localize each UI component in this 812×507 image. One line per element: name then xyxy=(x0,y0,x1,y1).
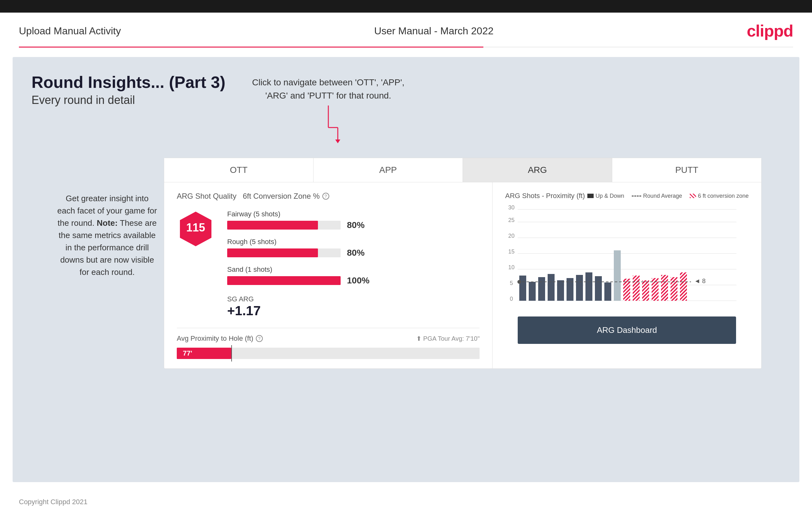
avg-value-label: ◄ 8 xyxy=(694,277,706,284)
chart-area: 0 5 10 15 20 25 30 xyxy=(505,206,749,313)
rough-track xyxy=(227,248,341,257)
y-label-20: 20 xyxy=(508,233,515,239)
hex-value: 115 xyxy=(186,221,205,234)
rough-percent: 80% xyxy=(347,248,365,258)
hatch-bar-7 xyxy=(680,272,687,301)
bar-8 xyxy=(586,272,592,301)
tabs-container: OTT APP ARG PUTT xyxy=(164,158,761,182)
clippd-logo: clippd xyxy=(747,21,793,40)
legend-solid-icon xyxy=(587,194,594,198)
bar-10 xyxy=(604,282,611,301)
header-divider xyxy=(19,47,793,48)
hatch-bar-5 xyxy=(661,275,668,301)
bar-7 xyxy=(576,275,583,301)
proximity-info-icon[interactable]: ? xyxy=(256,335,263,342)
legend-6ft-zone: 6 ft conversion zone xyxy=(690,193,749,199)
sand-track xyxy=(227,276,341,285)
proximity-bar-track: 77' xyxy=(177,348,479,359)
y-label-0: 0 xyxy=(510,296,513,302)
proximity-chart: 0 5 10 15 20 25 30 xyxy=(505,206,749,313)
panel-header: ARG Shot Quality 6ft Conversion Zone % ? xyxy=(177,192,479,201)
bar-row-fairway: Fairway (5 shots) 80% xyxy=(227,210,479,230)
hex-badge: 115 xyxy=(177,210,215,248)
left-panel: ARG Shot Quality 6ft Conversion Zone % ?… xyxy=(164,182,493,369)
legend-6ft-label: 6 ft conversion zone xyxy=(698,193,749,199)
tab-app[interactable]: APP xyxy=(313,158,463,182)
hatch-bar-3 xyxy=(642,280,649,301)
section-title: Round Insights... (Part 3) xyxy=(32,73,780,92)
y-label-30: 30 xyxy=(508,204,515,211)
right-panel: ARG Shots - Proximity (ft) Up & Down Rou… xyxy=(493,182,761,369)
hatch-bar-4 xyxy=(652,278,659,301)
proximity-header: Avg Proximity to Hole (ft) ? ⬆ PGA Tour … xyxy=(177,334,479,343)
rough-label: Rough (5 shots) xyxy=(227,238,479,246)
user-manual-label: User Manual - March 2022 xyxy=(374,25,494,37)
legend-dashed-icon xyxy=(632,195,641,196)
avg-marker xyxy=(517,280,521,284)
right-panel-header: ARG Shots - Proximity (ft) Up & Down Rou… xyxy=(505,192,749,200)
left-description: Get greater insight into each facet of y… xyxy=(57,192,158,278)
hatch-bar-6 xyxy=(670,277,677,301)
sand-percent: 100% xyxy=(347,276,370,286)
info-icon[interactable]: ? xyxy=(322,193,329,200)
bar-row-rough: Rough (5 shots) 80% xyxy=(227,238,479,258)
y-label-15: 15 xyxy=(508,248,515,255)
bar-tall xyxy=(614,250,621,301)
proximity-label-text: Avg Proximity to Hole (ft) xyxy=(177,334,253,343)
tab-putt[interactable]: PUTT xyxy=(612,158,761,182)
legend-up-down: Up & Down xyxy=(587,193,624,199)
footer: Copyright Clippd 2021 xyxy=(0,492,812,507)
header: Upload Manual Activity User Manual - Mar… xyxy=(0,13,812,47)
sg-section: SG ARG +1.17 xyxy=(227,295,479,318)
bar-9 xyxy=(595,276,602,301)
proximity-label: Avg Proximity to Hole (ft) ? xyxy=(177,334,263,343)
navigate-hint: Click to navigate between 'OTT', 'APP','… xyxy=(252,76,405,143)
arg-dashboard-btn[interactable]: ARG Dashboard xyxy=(518,317,736,344)
proximity-avg: ⬆ PGA Tour Avg: 7'10" xyxy=(416,335,480,342)
tab-ott[interactable]: OTT xyxy=(164,158,313,182)
hatch-bar-2 xyxy=(633,276,640,301)
top-bar xyxy=(0,0,812,13)
legend-hatch-icon xyxy=(690,194,696,198)
fairway-percent: 80% xyxy=(347,220,365,230)
tab-arg[interactable]: ARG xyxy=(463,158,612,182)
bar-2 xyxy=(529,282,536,301)
hex-badge-container: 115 Fairway (5 shots) 80% xyxy=(177,210,479,318)
bar-row-sand: Sand (1 shots) 100% xyxy=(227,266,479,286)
dashboard-card: OTT APP ARG PUTT ARG Shot Quality 6ft Co… xyxy=(164,158,762,369)
rough-fill xyxy=(227,248,318,257)
navigation-arrow xyxy=(313,106,344,143)
upload-manual-label: Upload Manual Activity xyxy=(19,25,121,37)
proximity-marker xyxy=(231,345,232,361)
sg-label: SG ARG xyxy=(227,295,479,303)
sand-label: Sand (1 shots) xyxy=(227,266,479,274)
section-subtitle: Every round in detail xyxy=(32,94,780,107)
navigate-hint-text: Click to navigate between 'OTT', 'APP','… xyxy=(252,76,405,102)
legend-round-avg-label: Round Average xyxy=(643,193,682,199)
sand-fill xyxy=(227,276,341,285)
y-label-10: 10 xyxy=(508,264,515,271)
legend-round-avg: Round Average xyxy=(632,193,682,199)
content-wrapper: Round Insights... (Part 3) Every round i… xyxy=(32,73,780,107)
copyright: Copyright Clippd 2021 xyxy=(19,498,88,506)
y-label-5: 5 xyxy=(510,280,513,286)
conversion-label: 6ft Conversion Zone % xyxy=(243,192,319,201)
card-body: ARG Shot Quality 6ft Conversion Zone % ?… xyxy=(164,182,761,369)
shot-quality-label: ARG Shot Quality xyxy=(177,192,236,201)
legend: Up & Down Round Average 6 ft conversion … xyxy=(587,193,749,199)
bar-6 xyxy=(566,278,573,301)
proximity-bar-value: 77' xyxy=(183,349,235,357)
fairway-fill xyxy=(227,221,318,230)
bar-3 xyxy=(538,277,545,301)
description-text: Get greater insight into each facet of y… xyxy=(57,194,157,277)
sg-value: +1.17 xyxy=(227,303,479,318)
bar-1 xyxy=(519,276,526,301)
main-content: Round Insights... (Part 3) Every round i… xyxy=(13,57,799,482)
y-label-25: 25 xyxy=(508,217,515,223)
right-panel-title: ARG Shots - Proximity (ft) xyxy=(505,192,585,200)
bar-5 xyxy=(557,280,564,301)
fairway-track xyxy=(227,221,341,230)
legend-up-down-label: Up & Down xyxy=(596,193,624,199)
svg-marker-3 xyxy=(335,139,340,143)
fairway-label: Fairway (5 shots) xyxy=(227,210,479,218)
